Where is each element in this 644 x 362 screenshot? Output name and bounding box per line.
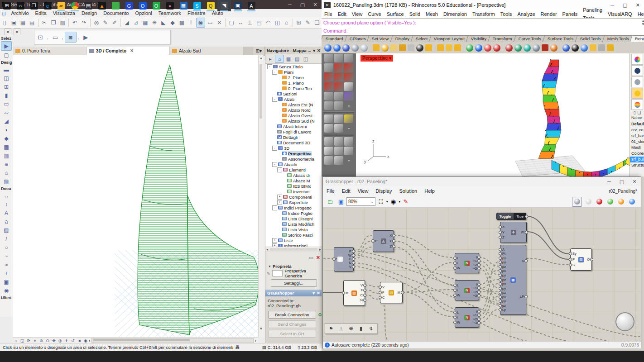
copy-icon[interactable]: ❐ [49, 18, 58, 27]
tree-expander-icon[interactable]: + [272, 243, 277, 248]
curtainwall-tool-icon[interactable]: ▥ [1, 151, 11, 160]
archicad-icon[interactable]: A [245, 0, 258, 11]
gh-compass-widget[interactable] [615, 312, 634, 331]
paneling-tool-icon[interactable] [324, 137, 333, 146]
render-region-icon[interactable] [342, 44, 350, 52]
render-preview-icon[interactable] [333, 44, 341, 52]
paneling-tool-icon[interactable] [324, 147, 333, 155]
publisher-icon[interactable]: ◫ [302, 55, 310, 62]
spotlight-icon[interactable] [373, 44, 380, 51]
history-scroll-down-icon[interactable]: ▼ [641, 23, 644, 26]
dimension-tool-icon[interactable]: ↔ [1, 191, 11, 200]
grasshopper-canvas[interactable]: ToggleTrueXYZPt✛SPWGUV▦PXYZ◬MVFCN▨VFCM▤L… [323, 208, 641, 341]
trim-icon[interactable]: ◣ [159, 18, 168, 27]
mesh-tool-icon[interactable]: ▦ [1, 143, 11, 151]
save-file-icon[interactable]: ▣ [336, 197, 346, 206]
layout-book-icon[interactable]: ▤ [293, 55, 301, 62]
project-chooser-icon[interactable]: ▸ [266, 55, 274, 62]
paneling-tool-icon[interactable] [344, 73, 353, 81]
comma-icon[interactable] [590, 44, 596, 51]
gh-menu-view[interactable]: View [354, 186, 372, 196]
line-tool-icon[interactable]: / [1, 234, 11, 243]
rhino-perspective-viewport[interactable]: Perspective ▾ zxy [356, 53, 630, 176]
polyline-tool-icon[interactable]: ~ [1, 252, 11, 260]
vlc-icon[interactable]: ▲ [95, 0, 109, 11]
paneling-tool-icon[interactable] [324, 82, 333, 91]
paneling-tool-icon[interactable] [324, 54, 333, 62]
boolean-toggle-component[interactable]: ToggleTrue [496, 213, 526, 220]
measure-icon[interactable]: ↔ [236, 18, 245, 27]
render-wire-icon[interactable] [351, 44, 359, 52]
folder-icon[interactable] [607, 44, 614, 51]
paneling-tool-icon[interactable]: » [344, 156, 353, 165]
paneling-tool-icon[interactable] [334, 82, 343, 91]
tree-item-3d[interactable]: -◫3D [265, 145, 322, 151]
drawing-tool-icon[interactable]: ◉ [1, 286, 11, 295]
paneling-tool-icon[interactable]: » [344, 101, 353, 110]
gh-component-point[interactable]: XYZPt✛ [500, 222, 527, 243]
save-icon[interactable]: ▦ [19, 18, 27, 27]
blackball-icon[interactable] [416, 44, 423, 52]
rect-selection-icon[interactable]: ▭ [50, 32, 61, 42]
paneling-tool-icon[interactable] [324, 92, 333, 100]
store-icon[interactable]: ▤ [82, 0, 95, 11]
tree-expander-icon[interactable]: + [277, 195, 282, 200]
gh-component-offset1[interactable]: LiWi+1+2+3N [455, 253, 479, 273]
rhino-menu-surface[interactable]: Surface [384, 10, 407, 18]
refresh-icon[interactable]: ⟳ [25, 338, 32, 343]
tree-item-superficie[interactable]: +▦Superficie [265, 200, 322, 205]
rhino-menu-file[interactable]: File [322, 10, 335, 18]
gh-component-xyz[interactable]: PXYZ◬ [373, 230, 394, 252]
column-tool-icon[interactable]: ▮ [1, 91, 11, 100]
stair-tool-icon[interactable]: ≡ [1, 160, 11, 168]
next-zoom-icon[interactable]: ◉ [82, 338, 89, 343]
gh-component-mcol[interactable]: VFCM▤ [380, 282, 403, 303]
tree-item-indici-progetto[interactable]: -▤Indici Progetto [265, 205, 322, 210]
marquee-tool-icon[interactable]: ▢ [227, 18, 235, 27]
tab-3d-completo[interactable]: 3D / Completo✕ [87, 47, 169, 55]
tree-expander-icon[interactable]: - [272, 162, 277, 167]
undo-icon[interactable]: ↶ [71, 18, 79, 27]
favorites-icon[interactable]: ❏ [313, 18, 321, 27]
zoom-extents-dropdown-icon[interactable]: ▾ [386, 200, 388, 204]
grey-rect-icon[interactable] [598, 44, 605, 51]
pan-icon[interactable]: ✥ [51, 338, 57, 343]
attach-tab-icon[interactable] [631, 76, 643, 87]
rhino-menu-render[interactable]: Render [538, 10, 560, 18]
viewport-label[interactable]: Perspective ▾ [360, 55, 393, 62]
pickup-parameters-icon[interactable]: ✎ [101, 18, 110, 27]
flag2-icon[interactable] [437, 44, 444, 51]
inject-parameters-icon[interactable]: ✐ [111, 18, 119, 27]
paint-mode-icon[interactable]: ◙ [65, 32, 77, 43]
toolbar-tab-solid-tools[interactable]: Solid Tools [575, 35, 606, 42]
tree-item-assonometria[interactable]: ◇Assonometria [265, 156, 322, 162]
gh-close-button[interactable]: ✕ [628, 179, 641, 185]
gravity-icon[interactable]: ✳ [150, 18, 159, 27]
layers-tab-icon[interactable] [631, 99, 643, 110]
paneling-tool-icon[interactable] [334, 114, 343, 123]
paneling-tool-icon[interactable] [334, 101, 343, 110]
hotspot-tool-icon[interactable]: + [1, 269, 11, 277]
tree-expander-icon[interactable]: - [267, 64, 272, 69]
tree-expander-icon[interactable]: - [272, 97, 277, 102]
tree-item-indice-foglio[interactable]: ▤Indice Foglio [265, 210, 322, 216]
roof-tool-icon[interactable]: ◢ [1, 117, 11, 125]
label-tool-icon[interactable]: a [1, 217, 11, 226]
navigator-menu-icon[interactable]: ▾ [313, 48, 315, 53]
layer-row-01_skin[interactable]: 01_skin [630, 139, 644, 145]
tree-item-informazioni[interactable]: +iInformazioni [265, 243, 322, 247]
tree-expander-icon[interactable]: + [272, 238, 277, 243]
tab-0-piano-terra[interactable]: 0. Piano Terra [13, 47, 87, 55]
fit-view-icon[interactable]: ⌂ [13, 338, 19, 343]
object-tool-icon[interactable]: ⌂ [1, 168, 11, 177]
scroll-right-icon[interactable]: › [255, 338, 256, 343]
earth-ball-icon[interactable] [514, 44, 522, 52]
rhino-menu-curve[interactable]: Curve [365, 10, 384, 18]
level-dimension-tool-icon[interactable]: ↕ [1, 200, 11, 209]
red-cluster-icon[interactable] [505, 44, 513, 52]
paneling-tool-icon[interactable] [334, 137, 343, 146]
door-tool-icon[interactable]: ◫ [1, 74, 11, 82]
rhino-minimize-button[interactable]: ─ [606, 2, 619, 8]
toolbar-tab-viewport-layout[interactable]: Viewport Layout [429, 35, 470, 42]
group-icon[interactable]: ▩ [178, 18, 186, 27]
